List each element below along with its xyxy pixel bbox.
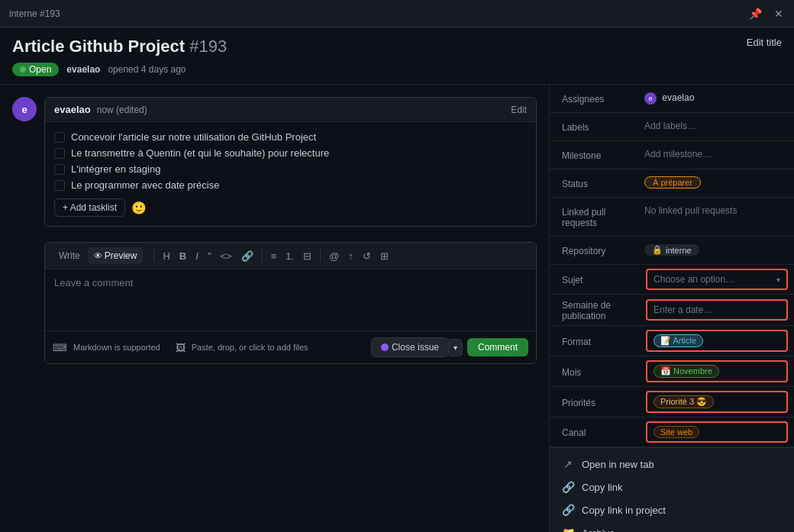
assignees-label: Assignees <box>562 92 638 105</box>
sidebar-milestone[interactable]: Milestone Add milestone… <box>550 141 794 169</box>
comment-content: evaelao now (edited) Edit Concevoir l'ar… <box>44 97 537 227</box>
task-checkbox-2[interactable] <box>54 148 65 159</box>
assignees-value: e evaelao <box>644 92 782 105</box>
editor-footer: ⌨ Markdown is supported 🖼 Paste, drop, o… <box>45 330 536 363</box>
milestone-value: Add milestone… <box>644 149 782 160</box>
task-checkbox-1[interactable] <box>54 132 65 143</box>
canal-row: Canal Site web <box>550 418 794 447</box>
task-checkbox-4[interactable] <box>54 180 65 191</box>
close-issue-icon <box>381 343 389 351</box>
sujet-arrow-icon: ▾ <box>776 276 780 284</box>
format-row: Format 📝 Article <box>550 326 794 356</box>
pin-button[interactable]: 📌 <box>747 6 763 21</box>
mois-row: Mois 📅 Novembre <box>550 356 794 387</box>
semaine-value: Enter a date… <box>654 305 712 315</box>
toolbar-bold[interactable]: B <box>176 248 190 264</box>
toolbar-ordered-list[interactable]: 1. <box>282 248 298 264</box>
editor-tabs: Write 👁 Preview <box>53 247 143 264</box>
toolbar-mention[interactable]: @ <box>325 248 343 264</box>
content-left: e evaelao now (edited) Edit Concevoir l'… <box>0 85 550 532</box>
toolbar-reference[interactable]: ↑ <box>344 248 357 264</box>
toolbar-link[interactable]: 🔗 <box>237 248 257 264</box>
labels-label: Labels <box>562 121 638 133</box>
editor-avatar-spacer <box>12 239 37 364</box>
sidebar-right: Assignees e evaelao Labels Add labels… M… <box>550 85 794 532</box>
editor-toolbar: Write 👁 Preview H B I " <box>45 243 536 269</box>
toolbar-separator <box>153 250 154 262</box>
repo-title: interne #193 <box>9 8 60 19</box>
canal-tag: Site web <box>654 426 699 438</box>
status-dot <box>20 66 26 73</box>
priorites-label: Priorités <box>562 396 646 408</box>
comment-editor-area: Write 👁 Preview H B I " <box>12 239 537 364</box>
canal-label: Canal <box>562 426 646 438</box>
canal-field[interactable]: Site web <box>646 421 788 443</box>
comment-time: now (edited) <box>97 105 147 115</box>
comment-button[interactable]: Comment <box>467 338 528 356</box>
task-text-4: Le programmer avec date précise <box>71 179 219 191</box>
write-tab[interactable]: Write <box>53 247 86 264</box>
format-tag: 📝 Article <box>654 334 703 347</box>
priorites-tag: Priorité 3 😎 <box>654 395 714 408</box>
open-status-badge: Open <box>12 63 59 76</box>
toolbar-quote[interactable]: " <box>204 248 215 264</box>
sidebar-labels[interactable]: Labels Add labels… <box>550 113 794 141</box>
issue-opened-time: opened 4 days ago <box>108 64 186 75</box>
toolbar-tasklist[interactable]: ⊟ <box>299 248 315 264</box>
sujet-row: Sujet Choose an option… ▾ <box>550 265 794 295</box>
comment-body: Concevoir l'article sur notre utilisatio… <box>45 122 536 226</box>
sujet-field[interactable]: Choose an option… ▾ <box>646 269 788 290</box>
repository-value: 🔒 interne <box>644 244 782 256</box>
comment-author: evaelao <box>54 104 91 115</box>
semaine-label: Semaine depublication <box>562 298 646 321</box>
close-issue-button[interactable]: Close issue <box>371 337 449 357</box>
title-bar-icons: 📌 ✕ <box>747 6 785 21</box>
copy-link-icon: 🔗 <box>562 481 574 493</box>
copy-link-item[interactable]: 🔗 Copy link <box>550 476 794 498</box>
open-new-tab-item[interactable]: ↗ Open in new tab <box>550 453 794 476</box>
add-tasklist-button[interactable]: + Add tasklist <box>54 198 125 217</box>
close-window-button[interactable]: ✕ <box>773 6 785 21</box>
sidebar-repository: Repository 🔒 interne <box>550 237 794 265</box>
comment-block: e evaelao now (edited) Edit Concevoir l'… <box>12 97 537 227</box>
preview-tab[interactable]: 👁 Preview <box>88 247 144 264</box>
toolbar-undo[interactable]: ↺ <box>359 248 375 264</box>
avatar: e <box>12 97 37 121</box>
archive-item[interactable]: 📁 Archive <box>550 521 794 532</box>
edit-comment-button[interactable]: Edit <box>511 105 527 115</box>
assignee-avatar: e <box>644 92 657 105</box>
priorites-field[interactable]: Priorité 3 😎 <box>646 391 788 413</box>
toolbar-fullscreen[interactable]: ⊞ <box>376 248 392 264</box>
mois-field[interactable]: 📅 Novembre <box>646 360 788 382</box>
copy-link-project-icon: 🔗 <box>562 504 574 516</box>
repository-label: Repository <box>562 244 638 256</box>
task-checkbox-3[interactable] <box>54 164 65 175</box>
semaine-field[interactable]: Enter a date… <box>646 299 788 321</box>
toolbar-separator-2 <box>262 250 263 262</box>
copy-link-project-label: Copy link in project <box>582 505 666 516</box>
issue-author: evaelao <box>66 64 100 75</box>
emoji-button[interactable]: 🙂 <box>131 201 147 215</box>
status-label: Status <box>562 177 638 189</box>
toolbar-heading[interactable]: H <box>159 248 173 264</box>
close-issue-dropdown-button[interactable]: ▾ <box>449 339 463 356</box>
open-new-tab-label: Open in new tab <box>582 459 654 470</box>
mois-label: Mois <box>562 366 646 378</box>
copy-link-project-item[interactable]: 🔗 Copy link in project <box>550 498 794 521</box>
issue-header: Article Github Project #193 Edit title O… <box>0 27 794 85</box>
toolbar-unordered-list[interactable]: ≡ <box>267 248 281 264</box>
archive-label: Archive <box>582 527 615 533</box>
mois-tag: 📅 Novembre <box>654 365 719 378</box>
linked-prs-label: Linked pullrequests <box>562 205 638 228</box>
toolbar-code[interactable]: <> <box>217 248 236 264</box>
editor-textarea[interactable]: Leave a comment <box>45 269 536 330</box>
task-text-1: Concevoir l'article sur notre utilisatio… <box>71 131 316 143</box>
task-item: Le transmettre à Quentin (et qui le souh… <box>54 147 527 159</box>
task-item: L'intégrer en staging <box>54 163 527 175</box>
format-field[interactable]: 📝 Article <box>646 330 788 352</box>
sidebar-status: Status À préparer <box>550 169 794 198</box>
status-pill[interactable]: À préparer <box>644 176 701 189</box>
edit-title-button[interactable]: Edit title <box>747 37 782 48</box>
issue-meta: Open evaelao opened 4 days ago <box>12 63 782 76</box>
toolbar-italic[interactable]: I <box>192 248 202 264</box>
